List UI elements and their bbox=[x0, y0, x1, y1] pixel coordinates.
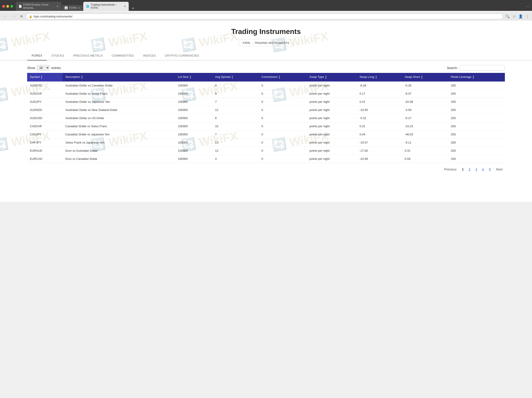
sort-arrows-commission: ▲▼ bbox=[279, 75, 280, 79]
table-row: CADJPYCanadian Dollar vs Japanese Yen100… bbox=[27, 130, 505, 138]
tabs-row: 📄 FXPN Review, Forex Broker&... ✕ 📊 FXPN… bbox=[16, 2, 524, 11]
profile-button[interactable]: 👤 bbox=[518, 14, 523, 19]
col-header-retail_leverage[interactable]: Retail Leverage▲▼ bbox=[448, 73, 505, 81]
tab-label: Trading Instruments – FXPN bbox=[91, 3, 122, 9]
cell-commission: 0 bbox=[259, 130, 307, 138]
col-header-swap_long[interactable]: Swap Long▲▼ bbox=[357, 73, 402, 81]
cell-symbol: CHFJPY bbox=[27, 138, 63, 147]
search-input[interactable] bbox=[460, 65, 505, 71]
cell-swap_type: points per night bbox=[307, 138, 357, 147]
cell-description: Australian Dollar vs New Zealand Dollar bbox=[63, 106, 175, 114]
cell-lot_size: 100000 bbox=[175, 98, 212, 106]
browser-tab-tab1[interactable]: 📄 FXPN Review, Forex Broker&... ✕ bbox=[16, 2, 61, 11]
address-text: fxpn.com/trading-instruments/ bbox=[34, 15, 500, 18]
menu-button[interactable]: ⋮ bbox=[525, 14, 530, 19]
page-number-3[interactable]: 3 bbox=[474, 167, 479, 172]
cell-swap_short: -46.03 bbox=[402, 130, 448, 138]
cell-swap_type: points per night bbox=[307, 106, 357, 114]
close-button[interactable] bbox=[2, 5, 5, 8]
col-header-lot_size[interactable]: Lot Size▲▼ bbox=[175, 73, 212, 81]
breadcrumb-separator: › bbox=[252, 41, 253, 45]
tab-close-button[interactable]: ✕ bbox=[78, 6, 80, 9]
instrument-tab-commodities[interactable]: COMMODITIES bbox=[107, 51, 139, 60]
minimize-button[interactable] bbox=[6, 5, 9, 8]
maximize-button[interactable] bbox=[10, 5, 13, 8]
cell-swap_short: -9.37 bbox=[402, 90, 448, 98]
cell-lot_size: 100000 bbox=[175, 106, 212, 114]
browser-tab-tab3[interactable]: 🌐 Trading Instruments – FXPN ✕ bbox=[83, 2, 129, 11]
back-button[interactable]: ← bbox=[2, 14, 9, 19]
table-row: CHFJPYSwiss Frank vs Japanese Yen1000001… bbox=[27, 138, 505, 147]
browser-tab-tab2[interactable]: 📊 FXPN ✕ bbox=[62, 5, 83, 11]
cell-avg_spread: 12 bbox=[212, 147, 259, 155]
cell-commission: 0 bbox=[259, 98, 307, 106]
cell-symbol: EURCAD bbox=[27, 155, 63, 163]
instrument-tab-indices[interactable]: INDICES bbox=[139, 51, 160, 60]
entries-select[interactable]: 10 25 50 100 bbox=[37, 65, 50, 71]
cell-description: Euro vs Australian Dollar bbox=[63, 147, 175, 155]
cell-symbol: EURAUD bbox=[27, 147, 63, 155]
search-icon-button[interactable]: 🔍 bbox=[505, 14, 510, 19]
show-label: Show bbox=[27, 66, 35, 70]
cell-swap_short: 0.31 bbox=[402, 147, 448, 155]
cell-avg_spread: 8 bbox=[212, 81, 259, 90]
col-header-symbol[interactable]: Symbol▲▼ bbox=[27, 73, 63, 81]
next-button[interactable]: Next bbox=[494, 167, 505, 172]
search-box: Search: bbox=[447, 65, 505, 71]
sort-arrows-lot_size: ▲▼ bbox=[189, 75, 191, 79]
tab-list-button[interactable]: ⋯ bbox=[526, 4, 530, 9]
breadcrumb: FXPN › TRADING INSTRUMENTS bbox=[239, 39, 293, 47]
breadcrumb-home-link[interactable]: FXPN bbox=[243, 41, 250, 45]
instrument-tabs: FOREXSTOCKSPRECIOUS METALSCOMMODITIESIND… bbox=[0, 51, 532, 60]
cell-swap_long: -23.58 bbox=[357, 155, 402, 163]
page-content: 🔄 WikiFX🔄 WikiFX🔄 WikiFX🔄 WikiFX🔄 WikiFX… bbox=[0, 21, 532, 202]
cell-retail_leverage: 200 bbox=[448, 90, 505, 98]
address-box[interactable]: 🔒 fxpn.com/trading-instruments/ bbox=[26, 13, 503, 19]
cell-swap_short: 0.59 bbox=[402, 155, 448, 163]
cell-swap_short: -0.17 bbox=[402, 114, 448, 122]
col-header-commission[interactable]: Commission▲▼ bbox=[259, 73, 307, 81]
cell-avg_spread: 9 bbox=[212, 90, 259, 98]
tab-close-button[interactable]: ✕ bbox=[56, 5, 59, 8]
col-header-description[interactable]: Description▲▼ bbox=[63, 73, 175, 81]
browser-chrome: 📄 FXPN Review, Forex Broker&... ✕ 📊 FXPN… bbox=[0, 0, 532, 11]
previous-button[interactable]: Previous bbox=[442, 167, 459, 172]
tab-close-button[interactable]: ✕ bbox=[124, 5, 126, 8]
cell-lot_size: 100000 bbox=[175, 155, 212, 163]
cell-swap_type: points per night bbox=[307, 147, 357, 155]
cell-swap_short: -9.11 bbox=[402, 138, 448, 147]
cell-swap_long: -5.22 bbox=[357, 114, 402, 122]
cell-swap_type: points per night bbox=[307, 81, 357, 90]
reload-button[interactable]: ✕ bbox=[19, 14, 24, 19]
cell-swap_type: points per night bbox=[307, 90, 357, 98]
instrument-tab-precious-metals[interactable]: PRECIOUS METALS bbox=[69, 51, 107, 60]
cell-swap_long: 0.31 bbox=[357, 122, 402, 130]
page-number-2[interactable]: 2 bbox=[467, 167, 472, 172]
new-tab-button[interactable]: + bbox=[130, 6, 136, 11]
cell-swap_long: 0.22 bbox=[357, 98, 402, 106]
instrument-tab-forex[interactable]: FOREX bbox=[27, 51, 47, 60]
cell-retail_leverage: 200 bbox=[448, 130, 505, 138]
titlebar: 📄 FXPN Review, Forex Broker&... ✕ 📊 FXPN… bbox=[2, 2, 530, 11]
col-header-avg_spread[interactable]: Avg Spread▲▼ bbox=[212, 73, 259, 81]
search-label: Search: bbox=[447, 66, 458, 70]
data-table: Symbol▲▼Description▲▼Lot Size▲▼Avg Sprea… bbox=[27, 73, 505, 163]
cell-commission: 0 bbox=[259, 155, 307, 163]
cell-swap_short: -0.26 bbox=[402, 81, 448, 90]
bookmark-button[interactable]: ☆ bbox=[512, 14, 516, 19]
page-title: Trading Instruments bbox=[5, 27, 527, 36]
instrument-tab-crypto[interactable]: CRYPTO CURRENCIES bbox=[160, 51, 203, 60]
page-number-4[interactable]: 4 bbox=[481, 167, 486, 172]
cell-lot_size: 100000 bbox=[175, 122, 212, 130]
forward-button[interactable]: → bbox=[10, 14, 17, 19]
cell-swap_long: 0.17 bbox=[357, 90, 402, 98]
cell-lot_size: 100000 bbox=[175, 147, 212, 155]
col-header-swap_short[interactable]: Swap Short▲▼ bbox=[402, 73, 448, 81]
sort-arrows-swap_long: ▲▼ bbox=[375, 75, 377, 79]
address-bar-row: ← → ✕ 🔒 fxpn.com/trading-instruments/ 🔍 … bbox=[0, 12, 532, 21]
col-header-swap_type[interactable]: Swap Type▲▼ bbox=[307, 73, 357, 81]
instrument-tab-stocks[interactable]: STOCKS bbox=[47, 51, 69, 60]
cell-symbol: AUDNZD bbox=[27, 106, 63, 114]
page-number-5[interactable]: 5 bbox=[487, 167, 492, 172]
table-row: EURAUDEuro vs Australian Dollar100000120… bbox=[27, 147, 505, 155]
